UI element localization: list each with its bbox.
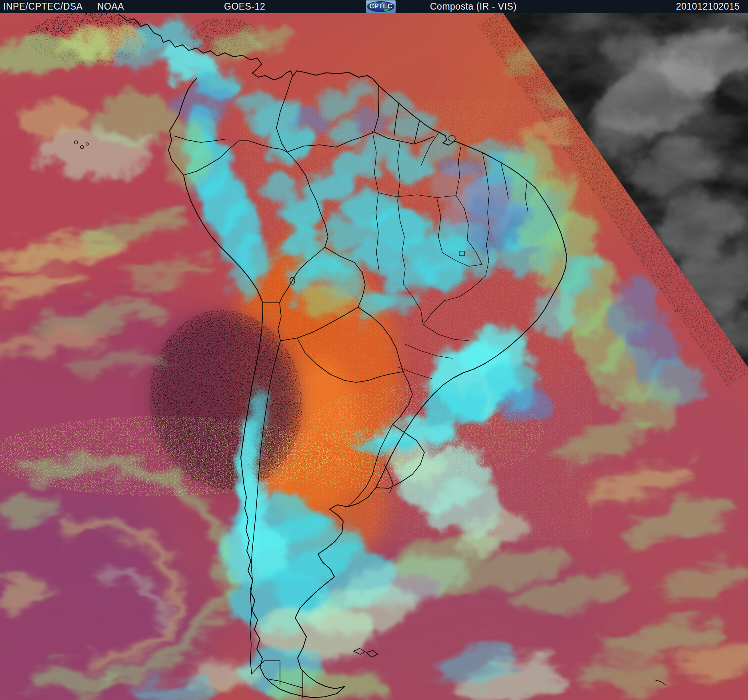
- satellite-viewer: INPE/CPTEC/DSA NOAA GOES-12 CPTEC Compos…: [0, 0, 748, 700]
- satellite-image-goes12: [0, 0, 748, 700]
- cptec-logo: CPTEC: [366, 0, 396, 13]
- product-label: Composta (IR - VIS): [430, 1, 517, 12]
- satellite-map: [0, 0, 748, 700]
- noaa-label: NOAA: [97, 1, 124, 12]
- timestamp-label: 201012102015: [676, 1, 740, 12]
- satellite-label: GOES-12: [224, 1, 265, 12]
- cptec-logo-text: CPTEC: [366, 2, 396, 10]
- header-bar: INPE/CPTEC/DSA NOAA GOES-12 CPTEC Compos…: [0, 0, 748, 13]
- agency-label: INPE/CPTEC/DSA: [3, 1, 83, 12]
